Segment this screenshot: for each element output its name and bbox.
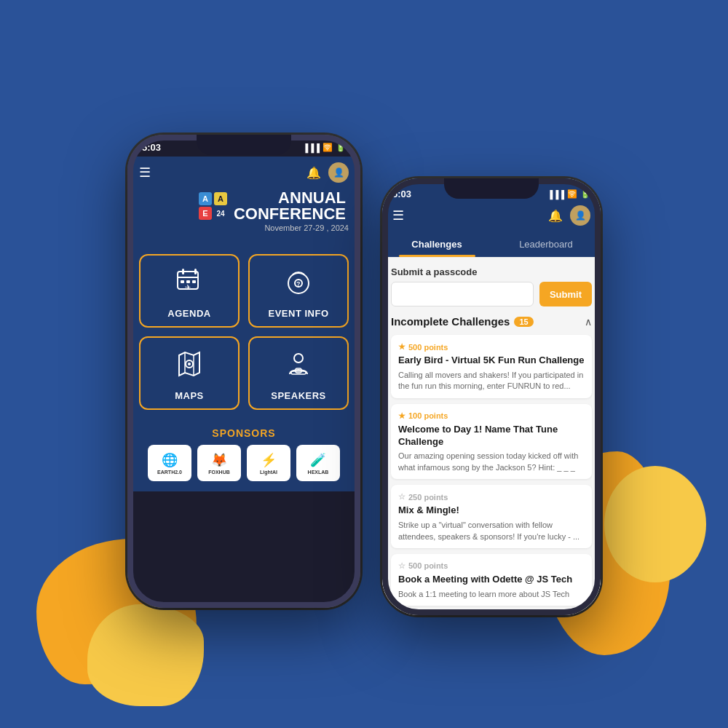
logo-a2: A: [214, 192, 227, 205]
notch-right: [444, 178, 539, 199]
left-header: ☰ 🔔 👤 A A E 24 ANNUAL CONFERENCE Nov: [127, 157, 360, 242]
speakers-icon: [284, 349, 313, 384]
light-label: LightAI: [260, 470, 277, 475]
challenge-name-2: Welcome to Day 1! Name That Tune Challen…: [398, 424, 585, 448]
agenda-icon: ✈: [175, 267, 204, 302]
sponsor-foxhub[interactable]: 🦊 FOXHUB: [197, 445, 241, 481]
passcode-input[interactable]: [391, 282, 534, 306]
tab-leaderboard[interactable]: Leaderboard: [491, 232, 601, 257]
challenge-desc-1: Calling all movers and shakers! If you p…: [398, 370, 585, 392]
hamburger-icon-right[interactable]: ☰: [392, 207, 404, 223]
tabs-bar: Challenges Leaderboard: [382, 232, 601, 258]
points-value-4: 500 points: [408, 561, 448, 570]
blob-yellow-left: [87, 604, 204, 706]
submit-button[interactable]: Submit: [539, 282, 592, 306]
right-nav: ☰ 🔔 👤: [392, 202, 590, 232]
nav-right-r: 🔔 👤: [548, 205, 590, 226]
challenge-points-1: ★ 500 points: [398, 342, 585, 352]
hamburger-icon[interactable]: ☰: [139, 165, 151, 181]
menu-event-info-label: EVENT INFO: [268, 308, 328, 319]
star-filled-2: ★: [398, 411, 405, 421]
phone-left: 5:03 ▐▐▐ 🛜 🔋 ☰ 🔔 👤 A A E: [127, 135, 360, 608]
svg-text:✈: ✈: [185, 283, 191, 291]
menu-speakers-label: SPEAKERS: [271, 390, 326, 401]
challenge-desc-4: Book a 1:1 meeting to learn more about J…: [398, 589, 585, 600]
battery-icon-r: 🔋: [580, 189, 590, 199]
challenge-item-4[interactable]: ☆ 500 points Book a Meeting with Odette …: [391, 554, 592, 606]
logo-24: 24: [214, 207, 227, 220]
signal-icon-r: ▐▐▐: [547, 190, 564, 199]
avatar-right[interactable]: 👤: [570, 205, 590, 226]
svg-point-15: [188, 363, 191, 365]
phones-container: 5:03 ▐▐▐ 🛜 🔋 ☰ 🔔 👤 A A E: [127, 135, 601, 615]
conference-title: ANNUAL CONFERENCE: [234, 190, 349, 222]
left-nav: ☰ 🔔 👤: [139, 162, 349, 183]
sponsor-earth[interactable]: 🌐 EARTH2.0: [148, 445, 191, 481]
challenge-item-1[interactable]: ★ 500 points Early Bird - Virtual 5K Fun…: [391, 335, 592, 398]
hex-label: HEXLAB: [308, 470, 329, 475]
challenges-title-row: Incomplete Challenges 15: [391, 315, 534, 328]
menu-speakers[interactable]: SPEAKERS: [248, 336, 349, 410]
bell-icon[interactable]: 🔔: [306, 166, 321, 180]
menu-agenda[interactable]: ✈ AGENDA: [139, 254, 240, 328]
svg-rect-2: [194, 269, 197, 274]
challenge-points-3: ☆ 250 points: [398, 492, 585, 502]
menu-grid: ✈ AGENDA ? EVENT INFO: [127, 242, 360, 422]
fox-icon: 🦊: [211, 452, 227, 468]
menu-event-info[interactable]: ? EVENT INFO: [248, 254, 349, 328]
menu-agenda-label: AGENDA: [167, 308, 210, 319]
conf-annual: ANNUAL: [234, 190, 346, 206]
logo-block: A A E 24: [199, 192, 228, 220]
chevron-up-icon[interactable]: ∧: [585, 316, 592, 328]
svg-point-16: [294, 354, 303, 363]
conference-title-row: A A E 24 ANNUAL CONFERENCE: [139, 190, 349, 222]
fox-label: FOXHUB: [208, 470, 230, 475]
light-icon: ⚡: [261, 452, 277, 468]
tab-challenges[interactable]: Challenges: [382, 232, 491, 257]
phone-right: 5:03 ▐▐▐ 🛜 🔋 ☰ 🔔 👤 Challenges Leaderboar…: [382, 178, 601, 615]
conf-conference: CONFERENCE: [234, 206, 346, 222]
logo-a1: A: [199, 192, 212, 205]
challenge-name-1: Early Bird - Virtual 5K Fun Run Challeng…: [398, 355, 585, 367]
challenge-item-2[interactable]: ★ 100 points Welcome to Day 1! Name That…: [391, 404, 592, 480]
svg-rect-4: [181, 280, 184, 283]
time-right: 5:03: [392, 189, 411, 199]
signal-icon: ▐▐▐: [303, 143, 320, 152]
status-icons-right: ▐▐▐ 🛜 🔋: [547, 189, 590, 199]
earth-label: EARTH2.0: [157, 470, 182, 475]
event-info-icon: ?: [284, 267, 313, 302]
points-value-2: 100 points: [408, 411, 448, 420]
challenge-item-3[interactable]: ☆ 250 points Mix & Mingle! Strike up a "…: [391, 485, 592, 548]
sponsor-hexlab[interactable]: 🧪 HEXLAB: [296, 445, 340, 481]
avatar[interactable]: 👤: [328, 162, 349, 183]
wifi-icon: 🛜: [323, 143, 333, 152]
challenge-name-3: Mix & Mingle!: [398, 505, 585, 517]
sponsors-title: SPONSORS: [139, 427, 349, 439]
star-filled-1: ★: [398, 342, 405, 352]
challenges-header: Incomplete Challenges 15 ∧: [391, 315, 592, 328]
conf-date: November 27-29 , 2024: [139, 223, 349, 232]
sponsors-section: SPONSORS 🌐 EARTH2.0 🦊 FOXHUB ⚡ LightAI 🧪…: [127, 422, 360, 491]
points-value-3: 250 points: [408, 493, 448, 502]
passcode-section: Submit a passcode Submit: [391, 266, 592, 306]
challenge-desc-3: Strike up a "virtual" conversation with …: [398, 520, 585, 542]
status-icons-left: ▐▐▐ 🛜 🔋: [303, 143, 346, 152]
notch-left: [197, 135, 291, 155]
sponsors-row: 🌐 EARTH2.0 🦊 FOXHUB ⚡ LightAI 🧪 HEXLAB: [139, 445, 349, 481]
hex-icon: 🧪: [310, 452, 326, 468]
maps-icon: [175, 349, 204, 384]
passcode-row: Submit: [391, 282, 592, 306]
challenge-points-2: ★ 100 points: [398, 411, 585, 421]
time-left: 5:03: [142, 142, 161, 153]
challenge-name-4: Book a Meeting with Odette @ JS Tech: [398, 574, 585, 586]
svg-text:?: ?: [296, 280, 301, 288]
earth-icon: 🌐: [162, 452, 178, 468]
wifi-icon-r: 🛜: [567, 189, 577, 199]
challenge-desc-2: Our amazing opening session today kicked…: [398, 451, 585, 473]
bell-icon-right[interactable]: 🔔: [548, 209, 563, 223]
nav-right: 🔔 👤: [306, 162, 349, 183]
svg-rect-1: [182, 269, 184, 274]
menu-maps[interactable]: MAPS: [139, 336, 240, 410]
sponsor-lightai[interactable]: ⚡ LightAI: [247, 445, 290, 481]
svg-rect-6: [192, 280, 196, 283]
